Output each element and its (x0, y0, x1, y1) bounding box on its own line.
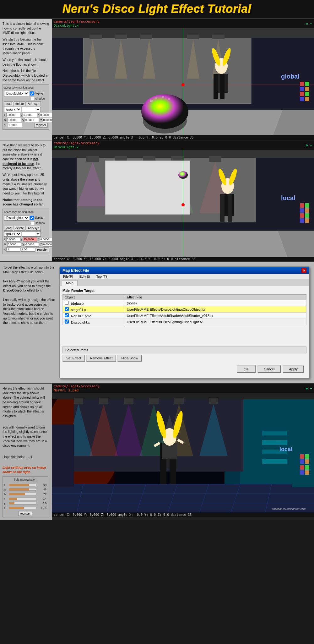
light-b-slider[interactable] (9, 493, 36, 495)
light-panel: light manipulation r 98 g 98 b (3, 476, 48, 517)
ap2-y1[interactable] (23, 237, 37, 242)
dialog-body: Main Render Target Object Effect File (60, 286, 309, 378)
ap2-scale2[interactable] (21, 247, 35, 252)
ap1-y1[interactable] (23, 113, 37, 117)
effect-cb-neri[interactable] (65, 313, 69, 317)
svg-rect-7 (212, 35, 225, 39)
ap1-register-btn[interactable]: register (34, 123, 48, 128)
section4-left-panel: Here's the effect as it should look afte… (0, 384, 52, 520)
dialog-close-btn[interactable]: ✕ (301, 268, 306, 273)
effect-table-row-neri[interactable]: NerUri 1.pmd UserFile\MME Effects\AdultS… (63, 313, 306, 319)
ap1-display-check[interactable]: display (30, 91, 43, 96)
ap1-shadow-check[interactable]: shadow (31, 97, 45, 101)
svg-rect-44 (86, 156, 99, 162)
light-z-slider[interactable] (9, 507, 36, 509)
svg-rect-85 (99, 398, 108, 404)
ap2-ry[interactable] (25, 242, 39, 247)
effect-table-row-default[interactable]: (default) (none) (63, 300, 306, 306)
svg-rect-48 (209, 156, 221, 162)
scene1-top-bar: camera/light/accessory DiscoLight.x ⊕ + (52, 19, 314, 28)
effect-table-row-stage[interactable]: stage01.x UserFile\MME Effects\DiscoLigh… (63, 306, 306, 313)
svg-rect-126 (300, 454, 304, 459)
ap2-ground-dropdown[interactable]: ground (4, 231, 21, 237)
dialog-apply-btn[interactable]: Apply (283, 365, 304, 373)
svg-point-60 (181, 203, 185, 206)
ap2-x1[interactable] (6, 237, 20, 242)
scene2-canvas: local (52, 150, 314, 257)
dialog-menu-tool[interactable]: Tool(T) (93, 274, 110, 279)
effect-object-disco: DiscoLight.x (71, 320, 90, 324)
svg-point-21 (141, 94, 188, 129)
dialog-tab-main[interactable]: Main (62, 280, 78, 286)
svg-rect-122 (160, 475, 166, 484)
svg-text:trackdancer.deviantart.com: trackdancer.deviantart.com (272, 507, 306, 510)
ap2-delete-btn[interactable]: delete (14, 226, 25, 231)
ap1-title: accessory manipulation (4, 86, 48, 90)
light-r-slider[interactable] (9, 484, 36, 486)
ap1-scale[interactable] (8, 123, 22, 127)
section4-text-1: Here's the effect as it should look afte… (3, 386, 49, 418)
svg-rect-88 (174, 398, 184, 404)
effect-cb-disco[interactable] (65, 319, 69, 324)
svg-rect-84 (74, 398, 83, 404)
effect-cb-default[interactable] (65, 301, 69, 305)
section-4: Here's the effect as it should look afte… (0, 383, 314, 520)
ap2-scale[interactable] (6, 247, 20, 252)
light-z-label: z (4, 506, 8, 510)
effect-table-row-disco[interactable]: DiscoLight.x UserFile\MME Effects\DiscoL… (63, 319, 306, 325)
svg-rect-127 (305, 454, 309, 459)
effect-file-neri: UserFile\MME Effects\AdultShader\AdultSh… (125, 313, 306, 319)
set-effect-btn[interactable]: Set Effect (62, 355, 85, 362)
ap1-x1[interactable] (6, 113, 20, 117)
dialog-menu-file[interactable]: File(F) (60, 274, 76, 279)
svg-rect-33 (300, 82, 304, 86)
scene1-svg: global (52, 28, 314, 135)
ap1-ground-dropdown[interactable]: ground (4, 107, 21, 112)
dialog-spacer (62, 325, 306, 344)
ap1-add-btn[interactable]: Add-syn (26, 101, 41, 106)
ap2-register-btn[interactable]: register (36, 247, 49, 252)
dialog-ok-btn[interactable]: OK (237, 365, 256, 373)
effect-cb-stage[interactable] (65, 307, 69, 311)
hide-show-btn[interactable]: Hide/Show (117, 355, 142, 362)
ap2-load-btn[interactable]: load (4, 226, 13, 231)
dialog-menu-edit[interactable]: Edit(E) (76, 274, 93, 279)
section-3: To get the effect to work go into the MM… (0, 261, 314, 383)
section1-text-4: Note: the ball is the file DiscoLight.x … (3, 68, 49, 82)
ap2-dropdown[interactable]: DiscoLight.x (4, 215, 29, 221)
ap1-load-btn[interactable]: load (4, 101, 13, 106)
section4-light-settings-label: Light settings used on image shown to th… (3, 466, 49, 474)
ap1-rx[interactable] (7, 118, 21, 122)
ap2-rx[interactable] (7, 242, 21, 247)
light-row-x: x -0.4 (4, 497, 46, 501)
light-panel-title: light manipulation (4, 478, 46, 482)
scene4-top-bar: camera/light/accessory NerUri 1.pmd ⊕ + (52, 384, 314, 393)
ap2-display-check[interactable]: display (30, 216, 43, 220)
ap2-bone-dropdown[interactable] (22, 231, 41, 237)
svg-text:local: local (279, 446, 292, 452)
light-y-slider[interactable] (9, 502, 36, 505)
light-y-value: -0.6 (37, 501, 46, 505)
svg-rect-36 (305, 87, 309, 91)
section2-text-2: We've put it way up there 25 units above… (3, 172, 49, 195)
page-title: Neru's Disco Light Effect Tutorial (62, 3, 251, 15)
light-row-g: g 98 (4, 488, 46, 492)
light-x-value: -0.4 (37, 497, 46, 501)
section2-left-panel: Next thing we want to do is to put the d… (0, 140, 52, 261)
ap1-delete-btn[interactable]: delete (14, 101, 25, 106)
dialog-cancel-btn[interactable]: Cancel (257, 365, 281, 373)
ap1-dropdown[interactable]: DiscoLight.x (4, 91, 29, 96)
ap2-shadow-check[interactable]: shadow (31, 221, 45, 225)
svg-rect-40 (305, 97, 309, 101)
ap1-ry[interactable] (25, 118, 39, 122)
light-register-btn[interactable]: register (19, 511, 32, 516)
ap1-bone-dropdown[interactable] (22, 107, 41, 112)
section4-text-2: You will normally want to dim the lighti… (3, 425, 49, 448)
ap2-add-btn[interactable]: Add-syn (26, 226, 41, 231)
svg-rect-39 (300, 97, 304, 101)
light-g-slider[interactable] (9, 488, 36, 491)
remove-effect-btn[interactable]: Remove Effect (86, 355, 116, 362)
light-x-slider[interactable] (9, 498, 36, 500)
scene4-canvas: local trackdancer.deviantart.com (52, 393, 314, 512)
light-r-value: 98 (37, 483, 46, 487)
